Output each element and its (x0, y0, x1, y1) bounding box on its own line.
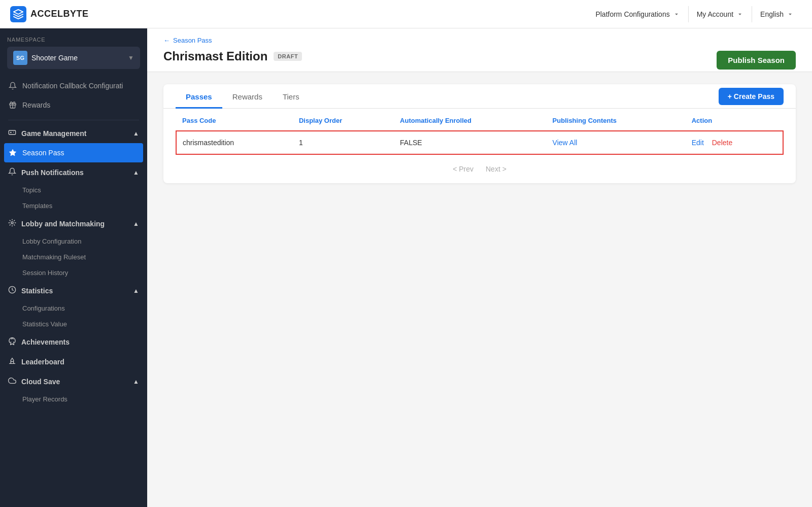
gamepad-icon (8, 128, 16, 138)
prev-button[interactable]: < Prev (453, 165, 473, 173)
content-area: ← Season Pass Chrismast Edition DRAFT Pu… (147, 28, 812, 507)
create-pass-button[interactable]: + Create Pass (719, 88, 784, 105)
svg-marker-2 (9, 149, 16, 156)
namespace-badge: SG (13, 51, 27, 65)
statistics-chevron-icon: ▲ (133, 287, 139, 294)
draft-badge: DRAFT (274, 52, 302, 61)
sidebar-item-matchmaking[interactable]: Matchmaking Ruleset (0, 249, 147, 265)
table-head: Pass Code Display Order Automatically En… (176, 109, 783, 131)
publish-season-button[interactable]: Publish Season (717, 51, 796, 70)
namespace-section: NAMESPACE SG Shooter Game ▼ (0, 28, 147, 74)
page-title-row: Chrismast Edition DRAFT (163, 49, 302, 72)
namespace-selector[interactable]: SG Shooter Game ▼ (7, 47, 140, 69)
sidebar-item-session-history[interactable]: Session History (0, 265, 147, 281)
next-button[interactable]: Next > (486, 165, 506, 173)
table-container: Pass Code Display Order Automatically En… (163, 109, 796, 155)
breadcrumb-arrow-icon: ← (163, 37, 170, 44)
sidebar-group-achievements[interactable]: Achievements (0, 332, 147, 352)
sidebar-group-statistics[interactable]: Statistics ▲ (0, 281, 147, 300)
logo-icon (10, 6, 26, 22)
col-auto-enrolled: Automatically Enrolled (394, 109, 547, 131)
sidebar-group-push-notifications[interactable]: Push Notifications ▲ (0, 162, 147, 182)
sidebar-item-configurations[interactable]: Configurations (0, 300, 147, 316)
main-card: Passes Rewards Tiers + Create Pass (163, 84, 796, 183)
sidebar-divider-1 (8, 120, 139, 120)
content-body: Passes Rewards Tiers + Create Pass (147, 72, 812, 195)
push-notifications-chevron-icon: ▲ (133, 169, 139, 176)
sidebar-item-lobby-config[interactable]: Lobby Configuration (0, 233, 147, 249)
sidebar-item-topics[interactable]: Topics (0, 182, 147, 198)
cloud-icon (8, 377, 16, 386)
my-account-dropdown[interactable]: My Account (689, 6, 752, 22)
sidebar-item-notification[interactable]: Notification Callback Configurati (0, 76, 147, 95)
view-all-link[interactable]: View All (553, 139, 578, 147)
platform-configurations-dropdown[interactable]: Platform Configurations (587, 6, 688, 22)
tab-passes[interactable]: Passes (176, 84, 222, 109)
top-nav-right: Platform Configurations My Account Engli… (587, 6, 802, 22)
stats-icon (8, 286, 16, 295)
delete-link[interactable]: Delete (712, 139, 732, 147)
logo: ACCELBYTE (10, 6, 89, 22)
passes-table: Pass Code Display Order Automatically En… (176, 109, 784, 155)
tab-tiers[interactable]: Tiers (273, 84, 310, 109)
col-action: Action (686, 109, 783, 131)
leaderboard-icon (8, 357, 16, 366)
sidebar: NAMESPACE SG Shooter Game ▼ Notification… (0, 28, 147, 507)
sidebar-group-cloud-save[interactable]: Cloud Save ▲ (0, 371, 147, 391)
main-layout: NAMESPACE SG Shooter Game ▼ Notification… (0, 28, 812, 507)
bell-icon (8, 81, 17, 90)
top-nav: ACCELBYTE Platform Configurations My Acc… (0, 0, 812, 28)
cloud-save-chevron-icon: ▲ (133, 378, 139, 385)
language-dropdown[interactable]: English (752, 6, 802, 22)
page-header: ← Season Pass Chrismast Edition DRAFT Pu… (147, 28, 812, 72)
tabs-header: Passes Rewards Tiers + Create Pass (163, 84, 796, 109)
sidebar-item-templates[interactable]: Templates (0, 198, 147, 214)
svg-point-3 (11, 222, 13, 224)
svg-rect-1 (9, 130, 15, 134)
edit-link[interactable]: Edit (692, 139, 704, 147)
logo-text: ACCELBYTE (30, 9, 89, 19)
cell-display-order: 1 (293, 131, 394, 154)
table-body: chrismastedition 1 FALSE View All Edit D… (176, 131, 783, 154)
cell-pass-code: chrismastedition (176, 131, 293, 154)
table-row: chrismastedition 1 FALSE View All Edit D… (176, 131, 783, 154)
col-pass-code: Pass Code (176, 109, 293, 131)
gift-icon (8, 100, 17, 110)
namespace-chevron-icon: ▼ (128, 54, 134, 61)
cell-auto-enrolled: FALSE (394, 131, 547, 154)
lobby-chevron-icon: ▲ (133, 220, 139, 227)
page-title: Chrismast Edition (163, 49, 267, 63)
sidebar-top-items: Notification Callback Configurati Reward… (0, 74, 147, 117)
namespace-label: NAMESPACE (7, 37, 140, 43)
breadcrumb[interactable]: ← Season Pass (163, 37, 302, 44)
sidebar-item-statistics-value[interactable]: Statistics Value (0, 316, 147, 332)
col-display-order: Display Order (293, 109, 394, 131)
push-bell-icon (8, 167, 16, 177)
col-publishing-contents: Publishing Contents (547, 109, 686, 131)
achievement-icon (8, 337, 16, 347)
star-icon (8, 148, 17, 157)
pagination: < Prev Next > (163, 155, 796, 183)
sidebar-item-season-pass[interactable]: Season Pass (4, 143, 143, 162)
tab-rewards[interactable]: Rewards (222, 84, 273, 109)
namespace-name: Shooter Game (31, 54, 124, 62)
game-management-chevron-icon: ▲ (133, 130, 139, 137)
table-header-row: Pass Code Display Order Automatically En… (176, 109, 783, 131)
sidebar-group-lobby[interactable]: Lobby and Matchmaking ▲ (0, 214, 147, 233)
sidebar-item-rewards[interactable]: Rewards (0, 95, 147, 115)
cell-action: Edit Delete (686, 131, 783, 154)
sidebar-group-leaderboard[interactable]: Leaderboard (0, 352, 147, 371)
lobby-icon (8, 219, 16, 228)
cell-publishing-contents: View All (547, 131, 686, 154)
sidebar-group-game-management[interactable]: Game Management ▲ (0, 123, 147, 143)
sidebar-item-player-records[interactable]: Player Records (0, 391, 147, 407)
